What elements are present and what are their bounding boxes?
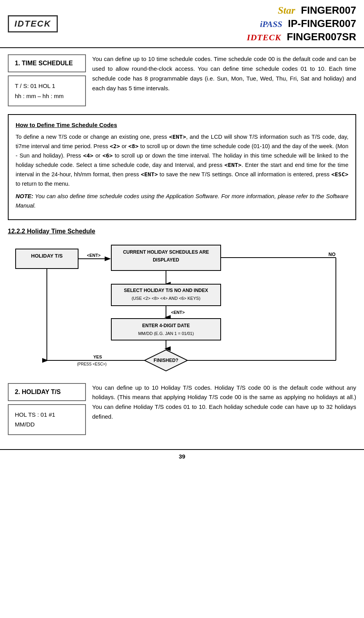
product-names: Star FINGER007 iPASS IP-FINGER007 IDTECK… <box>247 4 356 43</box>
svg-text:FINISHED?: FINISHED? <box>153 358 178 363</box>
section1-description: You can define up to 10 time schedule co… <box>92 54 356 106</box>
svg-text:MM/DD (E.G. JAN 1 = 01/01): MM/DD (E.G. JAN 1 = 01/01) <box>138 331 194 336</box>
svg-text:(PRESS <ESC>): (PRESS <ESC>) <box>77 362 107 366</box>
how-to-para2: NOTE: You can also define time schedule … <box>16 192 348 211</box>
section2-holiday-ts: 2. HOLIDAY T/S HOL TS : 01 #1 MM/DD You … <box>8 383 356 435</box>
product3-brand: IDTECK <box>247 32 281 42</box>
logo: IDTECK <box>8 15 58 32</box>
section1-time-schedule: 1. TIME SCHEDULE T / S: 01 HOL 1 hh : mm… <box>8 54 356 106</box>
main-content: 1. TIME SCHEDULE T / S: 01 HOL 1 hh : mm… <box>0 48 364 441</box>
svg-rect-0 <box>16 249 78 269</box>
svg-text:HOLIDAY T/S: HOLIDAY T/S <box>31 253 63 259</box>
flowchart-svg: HOLIDAY T/S <ENT> CURRENT HOLIDAY SCHEDU… <box>8 241 352 374</box>
section2-subtitle-box: HOL TS : 01 #1 MM/DD <box>8 404 86 435</box>
svg-text:<ENT>: <ENT> <box>171 310 185 315</box>
section1-subtitle-box: T / S: 01 HOL 1 hh : mm – hh : mm <box>8 75 86 106</box>
how-to-para1: To define a new T/S code or change an ex… <box>16 133 348 189</box>
svg-text:<ENT>: <ENT> <box>87 253 101 258</box>
product2-brand: iPASS <box>260 19 282 29</box>
product3: IDTECK FINGER007SR <box>247 30 356 44</box>
svg-text:CURRENT HOLIDAY SCHEDULES ARE: CURRENT HOLIDAY SCHEDULES ARE <box>123 249 209 255</box>
svg-text:ENTER 4-DIGIT DATE: ENTER 4-DIGIT DATE <box>142 323 190 328</box>
svg-text:DISPLAYED: DISPLAYED <box>153 257 179 263</box>
section1-title-box: 1. TIME SCHEDULE <box>8 54 86 72</box>
page-header: IDTECK Star FINGER007 iPASS IP-FINGER007… <box>0 0 364 48</box>
flowchart: HOLIDAY T/S <ENT> CURRENT HOLIDAY SCHEDU… <box>8 241 356 375</box>
svg-text:YES: YES <box>93 355 102 359</box>
svg-text:SELECT HOLIDAY T/S NO AND INDE: SELECT HOLIDAY T/S NO AND INDEX <box>124 288 208 293</box>
product2: iPASS IP-FINGER007 <box>247 17 356 30</box>
section-222-heading: 12.2.2 Holiday Time Schedule <box>8 228 356 235</box>
section2-left: 2. HOLIDAY T/S HOL TS : 01 #1 MM/DD <box>8 383 86 435</box>
svg-text:(USE <2> <8> <4> AND <6> KEYS): (USE <2> <8> <4> AND <6> KEYS) <box>132 296 200 301</box>
svg-text:NO: NO <box>328 252 335 257</box>
section1-left: 1. TIME SCHEDULE T / S: 01 HOL 1 hh : mm… <box>8 54 86 106</box>
product1-brand: Star <box>278 5 295 16</box>
page-number: 39 <box>0 449 364 463</box>
how-to-define-box: How to Define Time Schedule Codes To def… <box>8 114 356 220</box>
how-to-heading: How to Define Time Schedule Codes <box>16 120 348 130</box>
section2-title-box: 2. HOLIDAY T/S <box>8 383 86 401</box>
svg-rect-15 <box>111 319 221 340</box>
section2-description: You can define up to 10 Holiday T/S code… <box>92 383 356 435</box>
product1: Star FINGER007 <box>247 4 356 17</box>
